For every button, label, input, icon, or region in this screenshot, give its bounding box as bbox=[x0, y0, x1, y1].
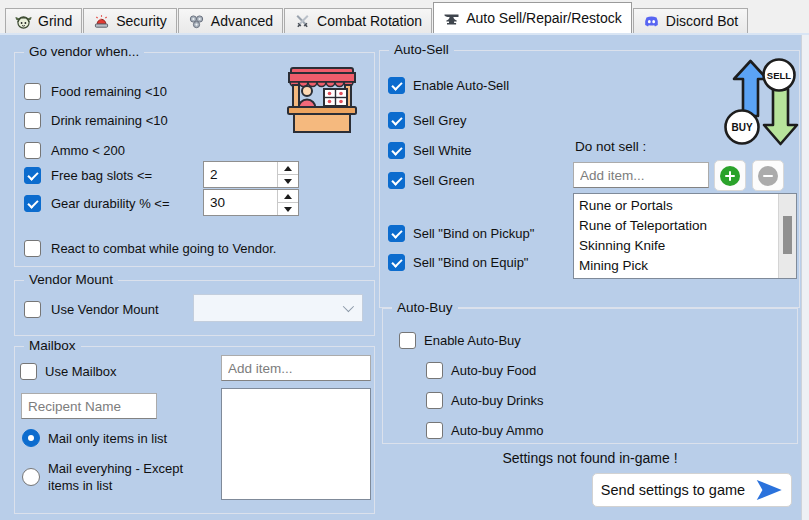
do-not-sell-add-item-input[interactable] bbox=[573, 162, 709, 188]
sell-white-label: Sell White bbox=[413, 143, 472, 158]
enable-auto-buy-row[interactable]: Enable Auto-Buy bbox=[399, 330, 521, 350]
auto-buy-ammo-label: Auto-buy Ammo bbox=[451, 423, 544, 438]
send-settings-button[interactable]: Send settings to game bbox=[592, 473, 792, 507]
list-scrollbar[interactable] bbox=[778, 194, 796, 278]
tab-advanced[interactable]: Advanced bbox=[178, 8, 283, 33]
sell-bind-on-equip-checkbox[interactable] bbox=[388, 254, 405, 271]
react-combat-checkbox[interactable] bbox=[24, 240, 41, 257]
tab-bar: Grind Security bbox=[0, 0, 809, 33]
tab-combat-rotation[interactable]: Combat Rotation bbox=[284, 8, 432, 33]
ammo-row[interactable]: Ammo < 200 bbox=[24, 140, 125, 160]
use-mailbox-checkbox[interactable] bbox=[20, 363, 37, 380]
discord-icon bbox=[643, 13, 660, 30]
group-auto-sell: Auto-Sell Enable Auto-Sell Sell Grey Sel… bbox=[379, 50, 800, 308]
sell-green-checkbox[interactable] bbox=[388, 172, 405, 189]
auto-buy-drinks-row[interactable]: Auto-buy Drinks bbox=[426, 390, 543, 410]
tab-security-label: Security bbox=[116, 13, 167, 29]
gear-durability-checkbox[interactable] bbox=[24, 195, 41, 212]
window-edge bbox=[801, 35, 809, 520]
tab-auto-sell-repair-restock[interactable]: Auto Sell/Repair/Restock bbox=[433, 2, 632, 33]
market-stall-icon bbox=[284, 65, 360, 135]
group-vendor-mount: Vendor Mount Use Vendor Mount bbox=[14, 280, 375, 336]
free-bag-slots-up-button[interactable] bbox=[278, 162, 298, 175]
ammo-checkbox[interactable] bbox=[24, 142, 41, 159]
sell-grey-row[interactable]: Sell Grey bbox=[388, 110, 466, 130]
enable-auto-buy-checkbox[interactable] bbox=[399, 332, 416, 349]
enable-auto-sell-row[interactable]: Enable Auto-Sell bbox=[388, 75, 509, 95]
free-bag-slots-checkbox[interactable] bbox=[24, 167, 41, 184]
free-bag-slots-spinner bbox=[203, 161, 299, 188]
gear-durability-up-button[interactable] bbox=[278, 190, 298, 203]
drink-remaining-row[interactable]: Drink remaining <10 bbox=[24, 110, 168, 130]
auto-buy-ammo-row[interactable]: Auto-buy Ammo bbox=[426, 420, 544, 440]
sell-grey-checkbox[interactable] bbox=[388, 112, 405, 129]
list-item[interactable]: Mining Pick bbox=[574, 256, 796, 276]
mail-only-items-radio[interactable] bbox=[22, 429, 40, 447]
ammo-label: Ammo < 200 bbox=[51, 143, 125, 158]
enable-auto-sell-checkbox[interactable] bbox=[388, 77, 405, 94]
auto-buy-food-row[interactable]: Auto-buy Food bbox=[426, 360, 536, 380]
mailbox-add-item-input[interactable] bbox=[221, 355, 371, 381]
do-not-sell-label: Do not sell : bbox=[575, 139, 646, 154]
add-item-button[interactable] bbox=[714, 160, 746, 191]
sell-bind-on-pickup-checkbox[interactable] bbox=[388, 225, 405, 242]
use-mailbox-label: Use Mailbox bbox=[45, 364, 117, 379]
mail-everything-except-label: Mail everyhing - Except items in list bbox=[48, 460, 183, 494]
tab-grind[interactable]: Grind bbox=[5, 8, 82, 33]
sell-white-row[interactable]: Sell White bbox=[388, 140, 472, 160]
sell-bind-on-equip-row[interactable]: Sell "Bind on Equip" bbox=[388, 252, 528, 272]
free-bag-slots-down-button[interactable] bbox=[278, 175, 298, 187]
gear-durability-down-button[interactable] bbox=[278, 203, 298, 215]
auto-buy-drinks-checkbox[interactable] bbox=[426, 392, 443, 409]
drink-remaining-label: Drink remaining <10 bbox=[51, 113, 168, 128]
mail-everything-except-radio[interactable] bbox=[22, 468, 40, 486]
list-scrollbar-thumb[interactable] bbox=[783, 216, 792, 254]
list-item[interactable]: Rune or Portals bbox=[574, 196, 796, 216]
buy-sell-arrows-icon: BUY SELL bbox=[718, 58, 800, 152]
sell-white-checkbox[interactable] bbox=[388, 142, 405, 159]
mail-only-items-row[interactable]: Mail only items in list bbox=[22, 428, 167, 448]
tab-discord-bot[interactable]: Discord Bot bbox=[633, 8, 748, 33]
sell-bind-on-equip-label: Sell "Bind on Equip" bbox=[413, 255, 528, 270]
tab-combat-rotation-label: Combat Rotation bbox=[317, 13, 422, 29]
gear-durability-input[interactable] bbox=[204, 190, 277, 215]
vendor-mount-dropdown[interactable] bbox=[193, 294, 363, 322]
list-item[interactable]: Rune of Teleportation bbox=[574, 216, 796, 236]
minus-icon bbox=[758, 166, 778, 186]
enable-auto-sell-label: Enable Auto-Sell bbox=[413, 78, 509, 93]
mailbox-item-list[interactable] bbox=[221, 388, 371, 500]
drink-remaining-checkbox[interactable] bbox=[24, 112, 41, 129]
sell-grey-label: Sell Grey bbox=[413, 113, 466, 128]
use-vendor-mount-row[interactable]: Use Vendor Mount bbox=[24, 299, 159, 319]
group-vendor-mount-title: Vendor Mount bbox=[24, 272, 118, 287]
use-mailbox-row[interactable]: Use Mailbox bbox=[20, 361, 117, 381]
tab-security[interactable]: Security bbox=[83, 8, 177, 33]
app-window: Grind Security bbox=[0, 0, 809, 520]
gears-icon bbox=[188, 13, 205, 30]
sell-green-row[interactable]: Sell Green bbox=[388, 170, 474, 190]
gear-durability-row[interactable]: Gear durability % <= bbox=[24, 193, 170, 213]
goblin-icon bbox=[15, 13, 32, 30]
mail-only-items-label: Mail only items in list bbox=[48, 431, 167, 446]
sell-bind-on-pickup-row[interactable]: Sell "Bind on Pickup" bbox=[388, 223, 534, 243]
do-not-sell-list[interactable]: Rune or Portals Rune of Teleportation Sk… bbox=[573, 193, 797, 279]
svg-text:SELL: SELL bbox=[767, 70, 791, 81]
remove-item-button[interactable] bbox=[752, 160, 784, 191]
auto-buy-food-checkbox[interactable] bbox=[426, 362, 443, 379]
food-remaining-checkbox[interactable] bbox=[24, 83, 41, 100]
food-remaining-row[interactable]: Food remaining <10 bbox=[24, 81, 167, 101]
free-bag-slots-input[interactable] bbox=[204, 162, 277, 187]
siren-icon bbox=[93, 13, 110, 30]
enable-auto-buy-label: Enable Auto-Buy bbox=[424, 333, 521, 348]
use-vendor-mount-checkbox[interactable] bbox=[24, 301, 41, 318]
tab-page-auto-sell: Go vendor when... Food remaining <10 Dri… bbox=[0, 33, 809, 520]
mail-everything-except-row[interactable]: Mail everyhing - Except items in list bbox=[22, 459, 183, 495]
auto-buy-food-label: Auto-buy Food bbox=[451, 363, 536, 378]
recipient-name-input[interactable] bbox=[21, 393, 157, 419]
free-bag-slots-row[interactable]: Free bag slots <= bbox=[24, 165, 152, 185]
group-auto-sell-title: Auto-Sell bbox=[389, 42, 454, 57]
list-item[interactable]: Skinning Knife bbox=[574, 236, 796, 256]
react-combat-row[interactable]: React to combat while going to Vendor. bbox=[24, 238, 276, 258]
auto-buy-ammo-checkbox[interactable] bbox=[426, 422, 443, 439]
status-message: Settings not found in-game ! bbox=[380, 450, 800, 466]
